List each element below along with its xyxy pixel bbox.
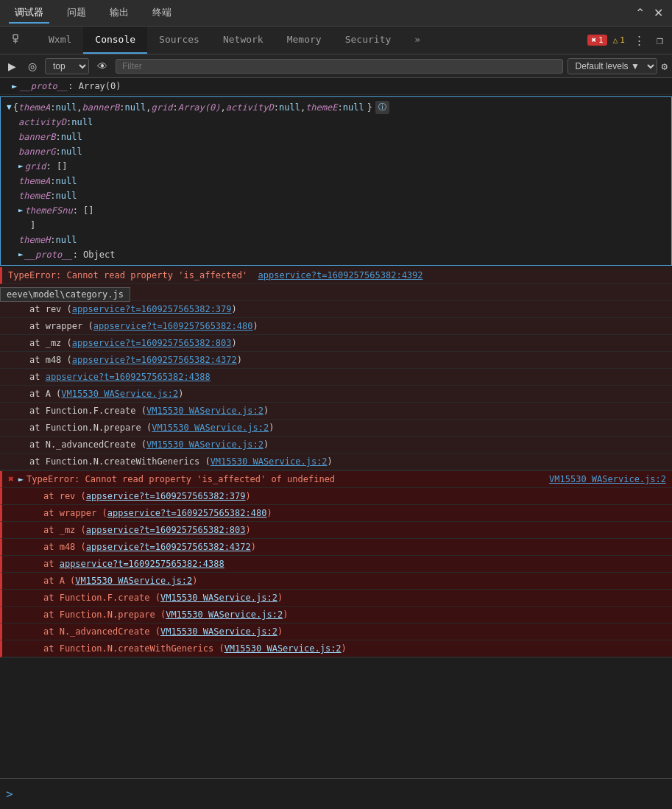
- tree-prop-themeA: themeA : null: [7, 174, 665, 188]
- title-tab-output[interactable]: 输出: [104, 3, 135, 24]
- stack-link-fcreate-1[interactable]: VM15530 WAService.js:2: [146, 406, 264, 416]
- error-badge[interactable]: ✖ 1: [587, 35, 606, 46]
- stack-rev-2: at rev (appservice?t=1609257565382:379): [0, 488, 672, 505]
- tab-more[interactable]: »: [403, 27, 432, 54]
- more-icon: »: [414, 34, 420, 45]
- stack-a-1: at A (VM15530 WAService.js:2): [0, 386, 672, 403]
- stack-link-wrapper-1[interactable]: appservice?t=1609257565382:480: [93, 321, 253, 331]
- tab-sources-label: Sources: [159, 34, 199, 45]
- proto-line: ► __proto__ : Array(0): [0, 78, 672, 95]
- title-bar: 调试器 问题 输出 终端 ⌃ ✕: [0, 0, 672, 27]
- tree-prop-themeH: themeH : null: [7, 233, 665, 247]
- stack-link-m48-1[interactable]: appservice?t=1609257565382:4372: [72, 355, 237, 365]
- tab-network[interactable]: Network: [211, 27, 275, 54]
- tab-wxml-label: Wxml: [49, 34, 71, 45]
- tab-menu-icon[interactable]: ⋮: [631, 34, 648, 47]
- stack-link-fcreate-2[interactable]: VM15530 WAService.js:2: [160, 593, 277, 603]
- tree-collapse-icon[interactable]: ▼: [7, 101, 12, 114]
- stack-link-wrapper-2[interactable]: appservice?t=1609257565382:480: [107, 508, 267, 518]
- error-group-1: TypeError: Cannot read property 'is_affe…: [0, 267, 672, 471]
- stack-nprepare-1: at Function.N.prepare (VM15530 WAService…: [0, 420, 672, 437]
- tree-prop-themeE: themeE : null: [7, 188, 665, 203]
- tab-security[interactable]: Security: [333, 27, 403, 54]
- proto-expand-icon[interactable]: ►: [18, 248, 24, 261]
- eye-button[interactable]: 👁: [93, 58, 111, 74]
- stack-link-nadvanced-1[interactable]: VM15530 WAService.js:2: [146, 439, 264, 450]
- error-group-2: ✖ ► TypeError: Cannot read property 'is_…: [0, 471, 672, 658]
- title-tab-terminal[interactable]: 终端: [146, 3, 177, 24]
- title-bar-controls: ⌃ ✕: [635, 6, 663, 20]
- stack-link-rev-1[interactable]: appservice?t=1609257565382:379: [72, 304, 232, 314]
- stack-link-mz-2[interactable]: appservice?t=1609257565382:803: [86, 525, 246, 535]
- tab-sources[interactable]: Sources: [147, 27, 211, 54]
- stack-link-a-1[interactable]: VM15530 WAService.js:2: [61, 389, 178, 399]
- error-expand-icon-2[interactable]: ►: [18, 473, 24, 486]
- tree-summary-line: ▼ { themeA : null , bannerB : null , gri…: [7, 100, 665, 115]
- stack-mz-2: at _mz (appservice?t=1609257565382:803): [0, 522, 672, 539]
- filter-input[interactable]: [116, 59, 563, 74]
- stack-link-4388-1[interactable]: appservice?t=1609257565382:4388: [46, 372, 211, 382]
- stack-ncreategen-2: at Function.N.createWithGenerics (VM1553…: [0, 640, 672, 657]
- error-source-link-2[interactable]: VM15530 WAService.js:2: [543, 473, 666, 486]
- tab-inspect[interactable]: [0, 27, 37, 54]
- stack-link-nprepare-2[interactable]: VM15530 WAService.js:2: [166, 610, 283, 620]
- close-button[interactable]: ✕: [654, 6, 663, 20]
- error-x-icon-2: ✖: [8, 473, 14, 486]
- stack-wrapper-1: at wrapper (appservice?t=1609257565382:4…: [0, 318, 672, 335]
- console-input: >: [0, 778, 672, 809]
- settings-icon[interactable]: ⚙: [662, 60, 668, 72]
- stack-at4388-2: at appservice?t=1609257565382:4388: [0, 556, 672, 573]
- error-source-link-1[interactable]: appservice?t=1609257565382:4392: [258, 270, 423, 280]
- tree-prop-bannerB: bannerB : null: [7, 130, 665, 144]
- title-tab-issues[interactable]: 问题: [61, 3, 92, 24]
- inspect-icon: [12, 33, 25, 46]
- tab-memory[interactable]: Memory: [275, 27, 333, 54]
- error-line-1-main: TypeError: Cannot read property 'is_affe…: [0, 267, 672, 284]
- stack-link-m48-2[interactable]: appservice?t=1609257565382:4372: [86, 542, 251, 552]
- stack-m48-2: at m48 (appservice?t=1609257565382:4372): [0, 539, 672, 556]
- error-of-undefined-1: of undefined: [0, 284, 672, 301]
- level-selector[interactable]: Default levels ▼: [567, 58, 657, 74]
- tab-wxml[interactable]: Wxml: [37, 27, 83, 54]
- error-x-icon: ✖: [591, 35, 596, 45]
- console-output: ► __proto__ : Array(0) ▼ { themeA : null…: [0, 78, 672, 778]
- tab-security-label: Security: [345, 34, 392, 45]
- console-prompt: >: [6, 787, 13, 801]
- execute-button[interactable]: ▶: [4, 58, 20, 74]
- stack-rev-1: at rev (appservice?t=1609257565382:379): [0, 301, 672, 318]
- stack-link-ncreategen-2[interactable]: VM15530 WAService.js:2: [224, 643, 342, 654]
- title-bar-tabs: 调试器 问题 输出 终端: [9, 3, 177, 24]
- tree-prop-activityD: activityD : null: [7, 115, 665, 130]
- tree-prop-grid: ► grid : []: [7, 159, 665, 174]
- stack-link-nprepare-1[interactable]: VM15530 WAService.js:2: [152, 423, 269, 433]
- stack-ncreategen-1: at Function.N.createWithGenerics (VM1553…: [0, 453, 672, 470]
- stack-m48-1: at m48 (appservice?t=1609257565382:4372): [0, 352, 672, 369]
- tab-console-label: Console: [95, 34, 135, 45]
- error-line-2-main: ✖ ► TypeError: Cannot read property 'is_…: [0, 471, 672, 488]
- stack-a-2: at A (VM15530 WAService.js:2): [0, 573, 672, 590]
- stack-nadvanced-1: at N._advancedCreate (VM15530 WAService.…: [0, 437, 672, 453]
- tab-console[interactable]: Console: [83, 27, 147, 54]
- clear-button[interactable]: ◎: [24, 58, 40, 74]
- tab-layout-icon[interactable]: ❐: [654, 34, 666, 47]
- error-message-1: TypeError: Cannot read property 'is_affe…: [8, 269, 666, 282]
- stack-link-mz-1[interactable]: appservice?t=1609257565382:803: [72, 338, 232, 348]
- tree-array-item: ]: [7, 218, 665, 233]
- stack-link-nadvanced-2[interactable]: VM15530 WAService.js:2: [160, 626, 277, 637]
- title-tab-debugger[interactable]: 调试器: [9, 3, 49, 24]
- stack-wrapper-2: at wrapper (appservice?t=1609257565382:4…: [0, 505, 672, 522]
- context-selector[interactable]: top: [45, 58, 89, 74]
- stack-fcreate-1: at Function.F.create (VM15530 WAService.…: [0, 403, 672, 420]
- warn-count: 1: [620, 35, 625, 45]
- stack-link-ncreategen-1[interactable]: VM15530 WAService.js:2: [211, 456, 328, 467]
- stack-link-4388-2[interactable]: appservice?t=1609257565382:4388: [60, 559, 224, 569]
- minimize-button[interactable]: ⌃: [635, 6, 645, 20]
- grid-expand-icon[interactable]: ►: [18, 160, 24, 173]
- stack-link-rev-2[interactable]: appservice?t=1609257565382:379: [86, 491, 246, 501]
- warn-badge[interactable]: △ 1: [613, 35, 625, 45]
- themeFSnu-expand-icon[interactable]: ►: [18, 204, 24, 217]
- object-tree: ▼ { themeA : null , bannerB : null , gri…: [0, 96, 672, 266]
- expand-proto-icon[interactable]: ►: [12, 80, 17, 93]
- stack-link-a-2[interactable]: VM15530 WAService.js:2: [75, 576, 192, 586]
- console-input-field[interactable]: [19, 789, 666, 799]
